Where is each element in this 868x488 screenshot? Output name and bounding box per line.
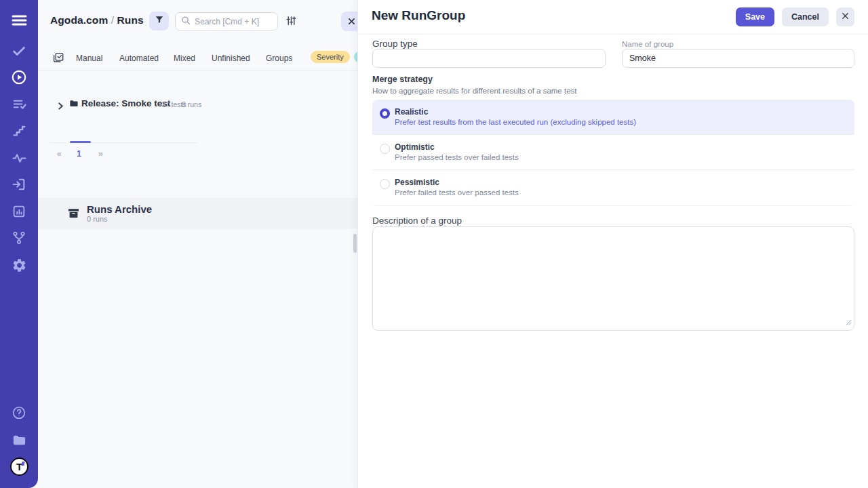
drawer-actions: Save Cancel — [736, 7, 854, 26]
help-icon[interactable] — [0, 401, 38, 425]
tab-automated[interactable]: Automated — [119, 52, 159, 65]
option-realistic[interactable]: Realistic Prefer test results from the l… — [372, 100, 854, 135]
description-textarea[interactable] — [372, 226, 854, 331]
radio-unselected-icon[interactable] — [380, 144, 390, 154]
new-rungroup-drawer: New RunGroup Save Cancel Group type Name… — [357, 0, 868, 488]
pagination-prev[interactable]: « — [57, 149, 62, 159]
option-pessimistic[interactable]: Pessimistic Prefer failed tests over pas… — [372, 170, 854, 205]
panel-scrollbar-thumb[interactable] — [353, 234, 357, 253]
search-input[interactable] — [195, 17, 269, 26]
merge-strategy-title: Merge strategy — [372, 75, 433, 84]
bar-chart-icon[interactable] — [0, 199, 38, 224]
group-type-label: Group type — [372, 39, 418, 49]
option-description: Prefer test results from the last execut… — [395, 118, 636, 126]
option-description: Prefer passed tests over failed tests — [395, 153, 519, 161]
tab-manual[interactable]: Manual — [76, 52, 102, 65]
app-sidebar: T — [0, 0, 38, 488]
archive-subtitle: 0 runs — [87, 215, 108, 223]
play-circle-icon[interactable] — [0, 65, 38, 89]
chevron-right-icon[interactable] — [58, 100, 64, 113]
name-of-group-label: Name of group — [622, 40, 673, 48]
tab-mixed[interactable]: Mixed — [174, 52, 195, 65]
list-check-icon[interactable] — [0, 92, 38, 116]
drawer-header: New RunGroup Save Cancel — [358, 0, 868, 35]
group-type-input[interactable] — [372, 49, 606, 68]
filter-tabs: Manual Automated Mixed Unfinished Groups… — [38, 47, 357, 70]
option-description: Prefer failed tests over passed tests — [395, 188, 519, 197]
import-icon[interactable] — [0, 172, 38, 197]
close-icon — [842, 12, 849, 22]
name-of-group-input[interactable] — [622, 49, 854, 68]
rungroup-runs-count: 8 runs — [182, 100, 201, 108]
drawer-close-button[interactable] — [836, 7, 854, 26]
folder-closed-icon — [68, 98, 79, 111]
pulse-icon[interactable] — [0, 146, 38, 170]
stairs-icon[interactable] — [0, 119, 38, 143]
select-all-icon[interactable] — [52, 52, 64, 66]
breadcrumb-project[interactable]: Agoda.com — [50, 14, 108, 26]
search-icon — [181, 16, 191, 28]
cancel-button[interactable]: Cancel — [782, 7, 829, 26]
save-button[interactable]: Save — [736, 7, 774, 26]
severity-badge[interactable]: Severity — [311, 51, 350, 63]
rungroup-tree-row[interactable]: Release: Smoke test 17 tests 8 runs — [38, 95, 357, 114]
git-branch-icon[interactable] — [0, 226, 38, 250]
folder-icon[interactable] — [0, 428, 38, 452]
pagination-next[interactable]: » — [98, 149, 103, 159]
drawer-title: New RunGroup — [372, 8, 465, 23]
description-field-wrap — [372, 226, 854, 331]
filter-button[interactable] — [149, 12, 169, 30]
tests-check-icon[interactable] — [0, 39, 38, 63]
breadcrumb-separator: / — [108, 14, 117, 26]
runs-archive-row[interactable]: Runs Archive 0 runs — [38, 198, 357, 229]
runs-panel: Agoda.com / Runs Manual Automated Mixed … — [38, 0, 357, 488]
option-title: Optimistic — [395, 142, 435, 152]
option-optimistic[interactable]: Optimistic Prefer passed tests over fail… — [372, 135, 854, 170]
option-title: Realistic — [395, 107, 428, 117]
archive-icon — [67, 207, 80, 222]
description-label: Description of a group — [372, 216, 462, 226]
funnel-icon — [155, 15, 164, 27]
tab-unfinished[interactable]: Unfinished — [212, 52, 250, 65]
radio-selected-icon[interactable] — [380, 108, 390, 119]
close-icon — [348, 16, 355, 28]
pagination-active-indicator — [70, 141, 91, 143]
menu-icon[interactable] — [0, 8, 38, 33]
search-box[interactable] — [175, 12, 278, 30]
gear-icon[interactable] — [0, 253, 38, 277]
breadcrumb-page: Runs — [117, 14, 144, 26]
option-title: Pessimistic — [395, 178, 439, 187]
adjustments-icon[interactable] — [285, 15, 297, 29]
rungroup-label[interactable]: Release: Smoke test — [81, 98, 170, 108]
merge-strategy-options: Realistic Prefer test results from the l… — [372, 100, 854, 206]
radio-unselected-icon[interactable] — [380, 179, 390, 189]
testomat-logo[interactable]: T — [10, 458, 28, 476]
archive-title: Runs Archive — [87, 203, 152, 215]
tab-groups[interactable]: Groups — [266, 52, 292, 65]
pagination-page-1[interactable]: 1 — [77, 149, 81, 159]
breadcrumb[interactable]: Agoda.com / Runs — [50, 14, 144, 26]
merge-strategy-subtitle: How to aggregate results for different r… — [372, 87, 577, 95]
